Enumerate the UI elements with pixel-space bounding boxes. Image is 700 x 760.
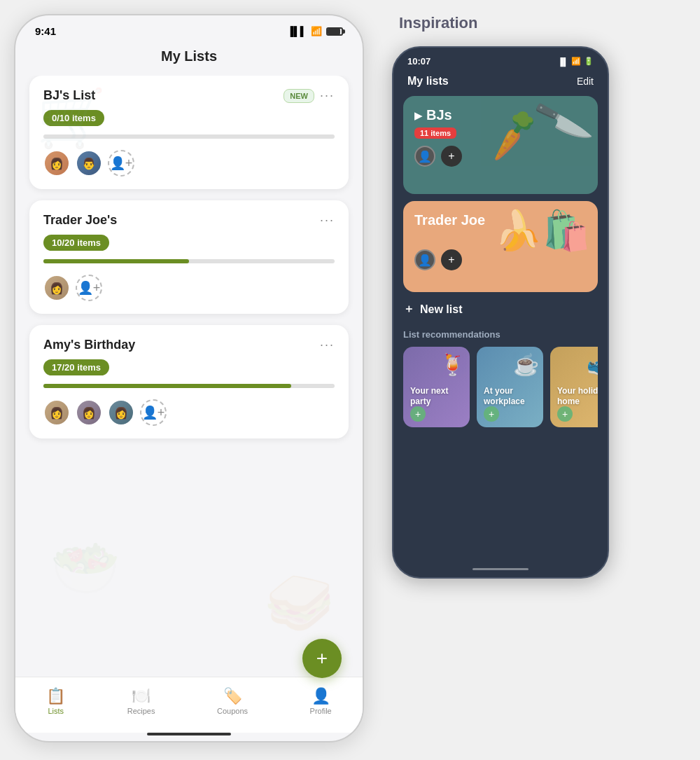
bjs-items-badge: 11 items xyxy=(414,127,456,139)
person-plus-icon-amy: 👤+ xyxy=(142,405,165,420)
nav-coupons[interactable]: 🏷️ Coupons xyxy=(217,689,248,715)
items-badge-trader: 10/20 items xyxy=(43,235,109,251)
recipes-icon: 🍽️ xyxy=(132,689,150,704)
wifi-icon: 📶 xyxy=(311,26,322,36)
person-plus-icon-trader: 👤+ xyxy=(78,280,101,296)
header-right-amy: ··· xyxy=(320,338,335,352)
rec-card-workplace[interactable]: ☕ At your workplace + xyxy=(477,347,543,427)
bjs-add-avatar-btn[interactable]: + xyxy=(441,146,462,167)
inspiration-label: Inspiration xyxy=(392,14,686,32)
battery-icon xyxy=(326,27,343,36)
list-title-bjs: BJ's List xyxy=(43,88,95,103)
new-badge: NEW xyxy=(284,89,314,103)
rec-decor-party: 🍹 xyxy=(440,352,465,377)
trader-add-avatar-btn[interactable]: + xyxy=(441,249,462,270)
more-dots-trader[interactable]: ··· xyxy=(320,213,335,228)
progress-bg-bjs xyxy=(43,134,335,139)
left-phone: 🛒 🥗 🥪 9:41 ▐▌▌ 📶 My Lists BJ's List NEW … xyxy=(14,14,364,742)
items-badge-bjs: 0/10 items xyxy=(43,110,104,126)
wifi-icon-right: 📶 xyxy=(571,57,581,66)
signal-icon: ▐▌▌ xyxy=(287,26,307,36)
status-icons-right: ▐▌ 📶 🔋 xyxy=(557,57,594,66)
bjs-card[interactable]: ▶ BJs 11 items 👤 + 🥕🔪 xyxy=(403,96,598,194)
add-list-fab[interactable]: + xyxy=(302,639,342,678)
add-person-btn-trader[interactable]: 👤+ xyxy=(76,275,102,301)
avatar-trader-1: 👩 xyxy=(43,275,70,301)
rec-card-holiday[interactable]: 👟 Your holiday home + xyxy=(550,347,598,427)
page-title: My Lists xyxy=(15,43,363,76)
status-time-right: 10:07 xyxy=(407,56,430,67)
avatar-amy-2: 👩 xyxy=(76,399,102,426)
right-phone: 10:07 ▐▌ 📶 🔋 My lists Edit ▶ BJs 11 item… xyxy=(392,46,609,579)
bjs-title: BJs xyxy=(426,107,452,123)
items-badge-amy: 17/20 items xyxy=(43,359,109,375)
home-indicator-right xyxy=(472,568,528,570)
new-list-label: New list xyxy=(420,303,462,316)
rec-add-workplace[interactable]: + xyxy=(484,406,499,422)
plus-icon-new-list: ＋ xyxy=(403,302,414,317)
rec-label-holiday: Your holiday home xyxy=(557,386,598,408)
battery-icon-right: 🔋 xyxy=(584,57,594,66)
nav-profile-label: Profile xyxy=(310,707,332,715)
avatar-amy-3: 👩 xyxy=(108,399,134,426)
nav-lists-label: Lists xyxy=(48,707,64,715)
bottom-nav: 📋 Lists 🍽️ Recipes 🏷️ Coupons 👤 Profile xyxy=(15,677,363,733)
rec-label-workplace: At your workplace xyxy=(484,386,543,408)
more-dots-amy[interactable]: ··· xyxy=(320,338,335,352)
rec-decor-workplace: ☕ xyxy=(513,352,539,377)
avatar-bjs-2: 👨 xyxy=(76,150,102,177)
lists-icon: 📋 xyxy=(46,689,65,704)
progress-fill-trader xyxy=(43,259,189,263)
right-section: Inspiration 10:07 ▐▌ 📶 🔋 My lists Edit ▶… xyxy=(392,14,686,579)
status-bar-right: 10:07 ▐▌ 📶 🔋 xyxy=(393,48,608,72)
signal-icon-right: ▐▌ xyxy=(557,57,568,66)
lists-container: BJ's List NEW ··· 0/10 items 👩 👨 👤+ xyxy=(15,76,363,677)
nav-lists[interactable]: 📋 Lists xyxy=(46,689,65,715)
my-lists-title-right: My lists xyxy=(407,75,449,88)
trader-avatar-person: 👤 xyxy=(414,249,435,270)
trader-decor: 🍌🛍️ xyxy=(494,208,591,254)
list-title-amy: Amy's Birthday xyxy=(43,338,135,352)
recommendations-scroll: 🍹 Your next party + ☕ At your workplace … xyxy=(403,347,598,430)
header-right-trader: ··· xyxy=(320,213,335,228)
right-phone-content: ▶ BJs 11 items 👤 + 🥕🔪 Trader Joe 👤 + 🍌🛍️ xyxy=(393,96,608,562)
list-card-trader[interactable]: Trader Joe's ··· 10/20 items 👩 👤+ xyxy=(29,200,349,314)
list-card-header-trader: Trader Joe's ··· xyxy=(43,213,335,228)
header-right-phone: My lists Edit xyxy=(393,72,608,96)
avatars-row-amy: 👩 👩 👩 👤+ xyxy=(43,399,335,426)
add-person-btn-bjs[interactable]: 👤+ xyxy=(108,150,134,177)
status-bar: 9:41 ▐▌▌ 📶 xyxy=(15,15,363,43)
status-icons: ▐▌▌ 📶 xyxy=(287,26,343,36)
avatar-amy-1: 👩 xyxy=(43,399,70,426)
new-list-row[interactable]: ＋ New list xyxy=(403,299,598,319)
edit-button[interactable]: Edit xyxy=(577,76,594,87)
add-person-btn-amy[interactable]: 👤+ xyxy=(140,399,167,426)
avatars-row-bjs: 👩 👨 👤+ xyxy=(43,150,335,177)
rec-add-holiday[interactable]: + xyxy=(557,406,573,422)
trader-card[interactable]: Trader Joe 👤 + 🍌🛍️ xyxy=(403,201,598,292)
nav-recipes-label: Recipes xyxy=(127,707,155,715)
list-title-trader: Trader Joe's xyxy=(43,213,117,228)
avatar-bjs-1: 👩 xyxy=(43,150,70,177)
nav-recipes[interactable]: 🍽️ Recipes xyxy=(127,689,155,715)
nav-coupons-label: Coupons xyxy=(217,707,248,715)
rec-label-party: Your next party xyxy=(410,386,470,408)
play-icon: ▶ xyxy=(414,110,422,121)
nav-profile[interactable]: 👤 Profile xyxy=(310,689,332,715)
avatars-row-trader: 👩 👤+ xyxy=(43,275,335,301)
list-card-bjs[interactable]: BJ's List NEW ··· 0/10 items 👩 👨 👤+ xyxy=(29,76,349,189)
person-plus-icon: 👤+ xyxy=(110,156,133,171)
header-right: NEW ··· xyxy=(284,88,335,103)
rec-decor-holiday: 👟 xyxy=(587,352,598,377)
rec-card-party[interactable]: 🍹 Your next party + xyxy=(403,347,470,427)
progress-fill-amy xyxy=(43,384,291,388)
rec-add-party[interactable]: + xyxy=(410,406,426,422)
bjs-avatar-person: 👤 xyxy=(414,146,435,167)
more-dots-bjs[interactable]: ··· xyxy=(320,88,335,103)
progress-bg-amy xyxy=(43,384,335,388)
status-time: 9:41 xyxy=(35,25,56,37)
list-card-header-amy: Amy's Birthday ··· xyxy=(43,338,335,352)
list-card-amy[interactable]: Amy's Birthday ··· 17/20 items 👩 👩 👩 xyxy=(29,325,349,438)
recommendations-label: List recommendations xyxy=(403,329,598,340)
home-indicator xyxy=(147,733,231,735)
